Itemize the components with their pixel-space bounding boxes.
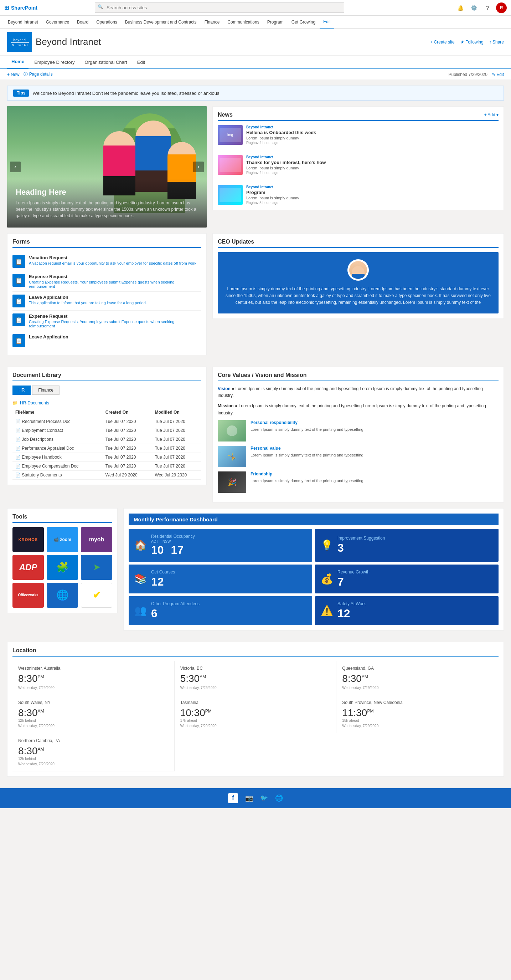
table-row[interactable]: 📄 Job Descriptions Tue Jul 07 2020 Tue J…: [13, 435, 202, 444]
dashboard-grid: 🏠 Residential Occupancy ACT NSW 10 17: [129, 529, 498, 625]
news-source: Beyond Intranet: [246, 185, 299, 189]
form-title[interactable]: Vacation Request: [29, 255, 197, 260]
form-title[interactable]: Expense Request: [29, 313, 202, 319]
doc-modified: Tue Jul 07 2020: [152, 453, 202, 462]
site-nav-employee-directory[interactable]: Employee Directory: [30, 55, 79, 69]
follow-button[interactable]: ★ Following: [460, 40, 484, 45]
help-button[interactable]: ?: [482, 3, 492, 13]
site-nav-edit[interactable]: Edit: [133, 55, 149, 69]
core-vision: Vision ● Lorem Ipsum is simply dummy tex…: [218, 385, 498, 399]
form-title[interactable]: Expense Request: [29, 274, 202, 279]
tool-checkmark[interactable]: ✔: [81, 583, 112, 608]
forms-title: Forms: [13, 239, 30, 245]
dashboard-header: Monthly Performance Dashboard: [129, 514, 498, 525]
revenue-info: Revenue Growth 7: [338, 570, 493, 589]
courses-info: Get Courses 12: [151, 570, 306, 589]
nav-item-beyond-intranet[interactable]: Beyond Intranet: [4, 16, 42, 29]
core-value-item: Personal responsibility Lorem Ipsum is s…: [218, 420, 498, 442]
create-site-button[interactable]: + Create site: [430, 40, 454, 45]
hero-next-button[interactable]: ›: [193, 162, 204, 172]
nav-item-finance[interactable]: Finance: [201, 16, 224, 29]
location-city: South Wales, NY: [18, 700, 168, 705]
tool-kronos[interactable]: KRONOS: [13, 527, 44, 552]
core-section: Core Values / Vision and Mission Vision …: [213, 367, 504, 503]
search-input[interactable]: [95, 3, 344, 13]
col-created: Created On: [103, 407, 152, 417]
doc-section: Document Library HR Finance 📁 HR-Documen…: [7, 367, 207, 485]
doc-folder[interactable]: 📁 HR-Documents: [13, 398, 202, 407]
edit-button[interactable]: ✎ Edit: [492, 72, 504, 77]
table-row[interactable]: 📄 Employment Contract Tue Jul 07 2020 Tu…: [13, 426, 202, 435]
news-thumbnail: [218, 155, 243, 175]
nav-item-governance[interactable]: Governance: [43, 16, 73, 29]
news-section: News + Add ▾ img Beyond Intranet Hellena…: [213, 106, 504, 210]
table-row[interactable]: 📄 Performance Appraisal Doc Tue Jul 07 2…: [13, 444, 202, 453]
facebook-icon[interactable]: f: [228, 793, 238, 803]
core-value-desc: Lorem Ipsum is simply dummy text of the …: [251, 426, 363, 433]
location-container: Location Westminster, Australia 8:30PM W…: [7, 642, 504, 777]
doc-tab-finance[interactable]: Finance: [32, 385, 60, 395]
hero-prev-button[interactable]: ‹: [10, 162, 21, 172]
table-row[interactable]: 📄 Employee Handbook Tue Jul 07 2020 Tue …: [13, 453, 202, 462]
core-value-content: Personal responsibility Lorem Ipsum is s…: [251, 420, 363, 433]
location-ampm: AM: [38, 708, 44, 713]
site-nav-org-chart[interactable]: Organizational Chart: [81, 55, 132, 69]
location-item: Victoria, BC 5:30AM Wednesday, 7/29/2020: [175, 661, 337, 695]
tool-zoom[interactable]: 📹 zoom: [47, 527, 78, 552]
form-title[interactable]: Leave Application: [29, 294, 147, 300]
news-item-title[interactable]: Thanks for your interest, here's how: [246, 160, 326, 165]
site-nav-home[interactable]: Home: [7, 55, 29, 69]
news-desc: Lorem Ipsum is simply dummy: [246, 166, 326, 170]
location-date: Wednesday, 7/29/2020: [18, 686, 168, 690]
table-row[interactable]: 📄 Recruitment Process Doc Tue Jul 07 202…: [13, 417, 202, 426]
tool-adp[interactable]: ADP: [13, 555, 44, 580]
website-icon[interactable]: 🌐: [275, 794, 283, 802]
doc-tab-hr[interactable]: HR: [13, 385, 31, 395]
doc-created: Tue Jul 07 2020: [103, 444, 152, 453]
nav-item-edit[interactable]: Edit: [320, 16, 334, 29]
doc-modified: Tue Jul 07 2020: [152, 417, 202, 426]
core-value-content: Friendship Lorem Ipsum is simply dummy t…: [251, 471, 363, 484]
news-header: News + Add ▾: [218, 111, 498, 121]
tool-officeworks[interactable]: Officeworks: [13, 583, 44, 608]
settings-button[interactable]: ⚙️: [469, 3, 479, 13]
occupancy-icon: 🏠: [134, 539, 147, 551]
location-city: Northern Cambria, PA: [18, 738, 168, 743]
news-column: News + Add ▾ img Beyond Intranet Hellena…: [213, 106, 504, 228]
nav-item-program[interactable]: Program: [264, 16, 287, 29]
tool-arrow[interactable]: ➤: [81, 555, 112, 580]
form-content: Expense Request Creating Expense Request…: [29, 274, 202, 288]
instagram-icon[interactable]: 📷: [245, 794, 253, 802]
table-row[interactable]: 📄 Employee Compensation Doc Tue Jul 07 2…: [13, 462, 202, 471]
nav-item-bdc[interactable]: Business Development and Contracts: [122, 16, 200, 29]
page-details-button[interactable]: ⓘ Page details: [24, 71, 52, 77]
news-item-title[interactable]: Hellena is Onboarded this week: [246, 130, 316, 135]
news-title: News: [218, 111, 233, 118]
news-content: Beyond Intranet Hellena is Onboarded thi…: [246, 125, 316, 145]
location-ampm: AM: [200, 674, 206, 679]
news-meta: Raghav 4 hours ago: [246, 171, 326, 175]
notification-button[interactable]: 🔔: [455, 3, 465, 13]
globe-icon: 🌐: [56, 589, 69, 601]
tool-puzzle[interactable]: 🧩: [47, 555, 78, 580]
nav-item-board[interactable]: Board: [73, 16, 92, 29]
dash-card-safety: ⚠️ Safety At Work 12: [315, 596, 498, 625]
news-thumbnail: img: [218, 125, 243, 145]
doc-modified: Tue Jul 07 2020: [152, 444, 202, 453]
nav-item-get-growing[interactable]: Get Growing: [288, 16, 319, 29]
news-item: Beyond Intranet Thanks for your interest…: [218, 155, 498, 180]
twitter-icon[interactable]: 🐦: [260, 794, 268, 802]
tool-myob[interactable]: myob: [81, 527, 112, 552]
table-row[interactable]: 📄 Statutory Documents Wed Jul 29 2020 We…: [13, 471, 202, 480]
share-button[interactable]: ↑ Share: [489, 40, 504, 45]
tool-globe[interactable]: 🌐: [47, 583, 78, 608]
occupancy-nsw-num: 17: [171, 544, 184, 557]
user-avatar[interactable]: R: [496, 3, 507, 13]
form-title[interactable]: Leave Application: [29, 334, 68, 339]
news-item-title[interactable]: Program: [246, 190, 299, 195]
nav-item-operations[interactable]: Operations: [93, 16, 121, 29]
news-add-button[interactable]: + Add ▾: [484, 112, 498, 117]
nav-item-communications[interactable]: Communications: [224, 16, 263, 29]
new-button[interactable]: + New: [7, 72, 19, 77]
folder-icon: 📁: [13, 401, 18, 406]
